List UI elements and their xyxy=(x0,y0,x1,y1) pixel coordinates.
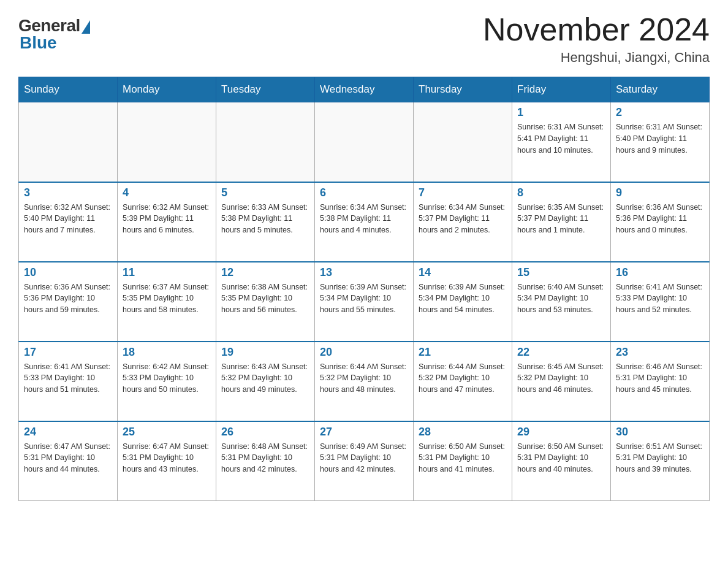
day-info: Sunrise: 6:31 AM Sunset: 5:41 PM Dayligh… xyxy=(517,121,605,156)
day-cell xyxy=(19,102,118,182)
week-row-5: 24Sunrise: 6:47 AM Sunset: 5:31 PM Dayli… xyxy=(19,421,710,501)
day-info: Sunrise: 6:47 AM Sunset: 5:31 PM Dayligh… xyxy=(123,441,211,475)
day-cell xyxy=(118,102,216,182)
day-number: 27 xyxy=(320,426,408,439)
day-cell: 23Sunrise: 6:46 AM Sunset: 5:31 PM Dayli… xyxy=(611,342,710,421)
day-info: Sunrise: 6:41 AM Sunset: 5:33 PM Dayligh… xyxy=(24,361,112,396)
day-number: 8 xyxy=(517,186,605,199)
day-cell: 27Sunrise: 6:49 AM Sunset: 5:31 PM Dayli… xyxy=(315,421,414,501)
week-row-2: 3Sunrise: 6:32 AM Sunset: 5:40 PM Daylig… xyxy=(19,182,710,262)
day-info: Sunrise: 6:39 AM Sunset: 5:34 PM Dayligh… xyxy=(320,282,408,316)
day-number: 26 xyxy=(221,426,309,439)
day-cell: 5Sunrise: 6:33 AM Sunset: 5:38 PM Daylig… xyxy=(216,182,315,262)
weekday-header-monday: Monday xyxy=(118,77,216,102)
day-number: 30 xyxy=(616,426,704,439)
day-info: Sunrise: 6:34 AM Sunset: 5:38 PM Dayligh… xyxy=(320,202,408,236)
day-number: 1 xyxy=(517,106,605,119)
week-row-1: 1Sunrise: 6:31 AM Sunset: 5:41 PM Daylig… xyxy=(19,102,710,182)
title-area: November 2024 Hengshui, Jiangxi, China xyxy=(483,12,710,66)
day-number: 9 xyxy=(616,186,704,199)
day-number: 2 xyxy=(616,106,704,119)
weekday-header-row: SundayMondayTuesdayWednesdayThursdayFrid… xyxy=(19,77,710,102)
weekday-header-saturday: Saturday xyxy=(611,77,710,102)
day-cell: 3Sunrise: 6:32 AM Sunset: 5:40 PM Daylig… xyxy=(19,182,118,262)
day-info: Sunrise: 6:40 AM Sunset: 5:34 PM Dayligh… xyxy=(517,282,605,316)
day-cell: 7Sunrise: 6:34 AM Sunset: 5:37 PM Daylig… xyxy=(414,182,512,262)
day-info: Sunrise: 6:36 AM Sunset: 5:36 PM Dayligh… xyxy=(24,282,112,316)
calendar: SundayMondayTuesdayWednesdayThursdayFrid… xyxy=(18,77,710,501)
day-number: 14 xyxy=(419,266,507,279)
day-info: Sunrise: 6:43 AM Sunset: 5:32 PM Dayligh… xyxy=(221,361,309,396)
day-info: Sunrise: 6:50 AM Sunset: 5:31 PM Dayligh… xyxy=(517,441,605,475)
day-cell: 6Sunrise: 6:34 AM Sunset: 5:38 PM Daylig… xyxy=(315,182,414,262)
day-number: 12 xyxy=(221,266,309,279)
day-cell: 10Sunrise: 6:36 AM Sunset: 5:36 PM Dayli… xyxy=(19,262,118,342)
day-info: Sunrise: 6:48 AM Sunset: 5:31 PM Dayligh… xyxy=(221,441,309,475)
logo: General Blue xyxy=(18,12,90,53)
day-cell: 15Sunrise: 6:40 AM Sunset: 5:34 PM Dayli… xyxy=(512,262,611,342)
day-number: 5 xyxy=(221,186,309,199)
day-cell: 18Sunrise: 6:42 AM Sunset: 5:33 PM Dayli… xyxy=(118,342,216,421)
day-number: 11 xyxy=(123,266,211,279)
day-number: 4 xyxy=(123,186,211,199)
day-info: Sunrise: 6:37 AM Sunset: 5:35 PM Dayligh… xyxy=(123,282,211,316)
day-info: Sunrise: 6:36 AM Sunset: 5:36 PM Dayligh… xyxy=(616,202,704,236)
day-cell: 9Sunrise: 6:36 AM Sunset: 5:36 PM Daylig… xyxy=(611,182,710,262)
day-info: Sunrise: 6:33 AM Sunset: 5:38 PM Dayligh… xyxy=(221,202,309,236)
logo-triangle-icon xyxy=(82,20,90,34)
day-cell: 30Sunrise: 6:51 AM Sunset: 5:31 PM Dayli… xyxy=(611,421,710,501)
day-number: 6 xyxy=(320,186,408,199)
day-number: 19 xyxy=(221,346,309,359)
day-number: 18 xyxy=(123,346,211,359)
day-info: Sunrise: 6:35 AM Sunset: 5:37 PM Dayligh… xyxy=(517,202,605,236)
day-info: Sunrise: 6:44 AM Sunset: 5:32 PM Dayligh… xyxy=(419,361,507,396)
day-cell: 21Sunrise: 6:44 AM Sunset: 5:32 PM Dayli… xyxy=(414,342,512,421)
day-cell xyxy=(216,102,315,182)
day-number: 16 xyxy=(616,266,704,279)
day-info: Sunrise: 6:45 AM Sunset: 5:32 PM Dayligh… xyxy=(517,361,605,396)
day-number: 25 xyxy=(123,426,211,439)
day-number: 3 xyxy=(24,186,112,199)
month-title: November 2024 xyxy=(483,12,710,47)
day-info: Sunrise: 6:31 AM Sunset: 5:40 PM Dayligh… xyxy=(616,121,704,156)
week-row-3: 10Sunrise: 6:36 AM Sunset: 5:36 PM Dayli… xyxy=(19,262,710,342)
day-cell: 28Sunrise: 6:50 AM Sunset: 5:31 PM Dayli… xyxy=(414,421,512,501)
day-number: 15 xyxy=(517,266,605,279)
day-number: 17 xyxy=(24,346,112,359)
day-number: 22 xyxy=(517,346,605,359)
day-cell: 1Sunrise: 6:31 AM Sunset: 5:41 PM Daylig… xyxy=(512,102,611,182)
day-number: 21 xyxy=(419,346,507,359)
day-info: Sunrise: 6:41 AM Sunset: 5:33 PM Dayligh… xyxy=(616,282,704,316)
day-info: Sunrise: 6:44 AM Sunset: 5:32 PM Dayligh… xyxy=(320,361,408,396)
day-cell: 14Sunrise: 6:39 AM Sunset: 5:34 PM Dayli… xyxy=(414,262,512,342)
day-number: 20 xyxy=(320,346,408,359)
day-cell: 12Sunrise: 6:38 AM Sunset: 5:35 PM Dayli… xyxy=(216,262,315,342)
day-info: Sunrise: 6:38 AM Sunset: 5:35 PM Dayligh… xyxy=(221,282,309,316)
day-cell: 29Sunrise: 6:50 AM Sunset: 5:31 PM Dayli… xyxy=(512,421,611,501)
week-row-4: 17Sunrise: 6:41 AM Sunset: 5:33 PM Dayli… xyxy=(19,342,710,421)
day-info: Sunrise: 6:34 AM Sunset: 5:37 PM Dayligh… xyxy=(419,202,507,236)
day-info: Sunrise: 6:50 AM Sunset: 5:31 PM Dayligh… xyxy=(419,441,507,475)
day-cell: 19Sunrise: 6:43 AM Sunset: 5:32 PM Dayli… xyxy=(216,342,315,421)
day-number: 13 xyxy=(320,266,408,279)
day-cell: 4Sunrise: 6:32 AM Sunset: 5:39 PM Daylig… xyxy=(118,182,216,262)
weekday-header-tuesday: Tuesday xyxy=(216,77,315,102)
day-info: Sunrise: 6:32 AM Sunset: 5:40 PM Dayligh… xyxy=(24,202,112,236)
day-cell: 26Sunrise: 6:48 AM Sunset: 5:31 PM Dayli… xyxy=(216,421,315,501)
day-info: Sunrise: 6:39 AM Sunset: 5:34 PM Dayligh… xyxy=(419,282,507,316)
day-info: Sunrise: 6:32 AM Sunset: 5:39 PM Dayligh… xyxy=(123,202,211,236)
day-cell: 8Sunrise: 6:35 AM Sunset: 5:37 PM Daylig… xyxy=(512,182,611,262)
day-info: Sunrise: 6:51 AM Sunset: 5:31 PM Dayligh… xyxy=(616,441,704,475)
day-number: 23 xyxy=(616,346,704,359)
day-cell: 16Sunrise: 6:41 AM Sunset: 5:33 PM Dayli… xyxy=(611,262,710,342)
day-cell: 13Sunrise: 6:39 AM Sunset: 5:34 PM Dayli… xyxy=(315,262,414,342)
weekday-header-thursday: Thursday xyxy=(414,77,512,102)
weekday-header-sunday: Sunday xyxy=(19,77,118,102)
location: Hengshui, Jiangxi, China xyxy=(483,50,710,66)
day-cell: 11Sunrise: 6:37 AM Sunset: 5:35 PM Dayli… xyxy=(118,262,216,342)
day-cell xyxy=(315,102,414,182)
header: General Blue November 2024 Hengshui, Jia… xyxy=(18,12,710,66)
day-cell: 17Sunrise: 6:41 AM Sunset: 5:33 PM Dayli… xyxy=(19,342,118,421)
day-number: 10 xyxy=(24,266,112,279)
weekday-header-friday: Friday xyxy=(512,77,611,102)
